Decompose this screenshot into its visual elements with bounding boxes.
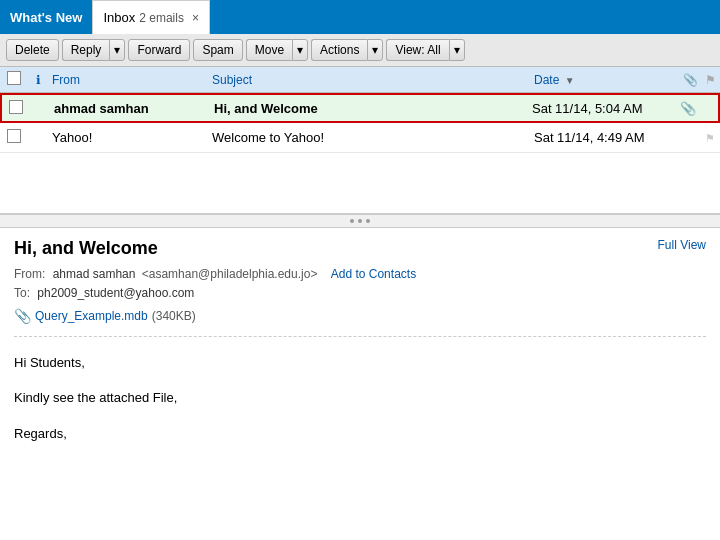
flag-row2-icon: ⚑ <box>705 132 715 144</box>
resize-dot-3 <box>366 219 370 223</box>
resize-dot-2 <box>358 219 362 223</box>
row1-date: Sat 11/14, 5:04 AM <box>528 101 678 116</box>
inbox-email-count: 2 emails <box>139 11 184 25</box>
email-row-2[interactable]: Yahoo! Welcome to Yahoo! Sat 11/14, 4:49… <box>0 123 720 153</box>
view-arrow-button[interactable]: ▾ <box>449 39 465 61</box>
email-list: ℹ From Subject Date ▼ 📎 ⚑ ahmad samhan H… <box>0 67 720 214</box>
row1-check[interactable] <box>2 100 30 117</box>
header-info: ℹ <box>28 73 48 87</box>
move-arrow-button[interactable]: ▾ <box>292 39 308 61</box>
meta-from-row: From: ahmad samhan <asamhan@philadelphia… <box>14 265 706 284</box>
row2-check[interactable] <box>0 129 28 146</box>
from-email: <asamhan@philadelphia.edu.jo> <box>142 267 318 281</box>
row2-checkbox[interactable] <box>7 129 21 143</box>
from-label: From: <box>14 267 45 281</box>
flag-header-icon: ⚑ <box>705 73 716 87</box>
from-name: ahmad samhan <box>53 267 136 281</box>
view-button[interactable]: View: All <box>386 39 448 61</box>
header-date[interactable]: Date ▼ <box>530 73 680 87</box>
header-from[interactable]: From <box>48 73 208 87</box>
full-view-link[interactable]: Full View <box>658 238 706 252</box>
row2-subject: Welcome to Yahoo! <box>208 130 530 145</box>
row1-from: ahmad samhan <box>50 101 210 116</box>
paperclip-header-icon: 📎 <box>683 73 698 87</box>
actions-group: Actions ▾ <box>311 39 383 61</box>
resize-bar[interactable] <box>0 214 720 228</box>
header-subject[interactable]: Subject <box>208 73 530 87</box>
sort-arrow-icon: ▼ <box>565 75 575 86</box>
reply-arrow-button[interactable]: ▾ <box>109 39 125 61</box>
row2-flag: ⚑ <box>700 130 720 145</box>
spam-button[interactable]: Spam <box>193 39 242 61</box>
actions-button[interactable]: Actions <box>311 39 367 61</box>
header-check <box>0 71 28 88</box>
reply-group: Reply ▾ <box>62 39 126 61</box>
message-title: Hi, and Welcome <box>14 238 158 259</box>
actions-arrow-button[interactable]: ▾ <box>367 39 383 61</box>
row2-from: Yahoo! <box>48 130 208 145</box>
toolbar: Delete Reply ▾ Forward Spam Move ▾ Actio… <box>0 34 720 67</box>
tab-inbox[interactable]: Inbox 2 emails × <box>92 0 210 34</box>
body-line2: Kindly see the attached File, <box>14 386 706 409</box>
delete-button[interactable]: Delete <box>6 39 59 61</box>
to-email: ph2009_student@yahoo.com <box>37 286 194 300</box>
info-icon: ℹ <box>36 73 41 87</box>
move-group: Move ▾ <box>246 39 308 61</box>
move-button[interactable]: Move <box>246 39 292 61</box>
email-row-1[interactable]: ahmad samhan Hi, and Welcome Sat 11/14, … <box>0 93 720 123</box>
attachment-size: (340KB) <box>152 307 196 326</box>
row2-date: Sat 11/14, 4:49 AM <box>530 130 680 145</box>
message-title-row: Hi, and Welcome Full View <box>14 238 706 259</box>
inbox-tab-label: Inbox <box>103 10 135 25</box>
body-spacer1 <box>14 374 706 386</box>
email-list-header: ℹ From Subject Date ▼ 📎 ⚑ <box>0 67 720 93</box>
list-spacer <box>0 153 720 213</box>
select-all-checkbox[interactable] <box>7 71 21 85</box>
tab-bar: What's New Inbox 2 emails × <box>0 0 720 34</box>
view-group: View: All ▾ <box>386 39 464 61</box>
paperclip-row1-icon: 📎 <box>680 101 696 116</box>
row1-attach: 📎 <box>678 101 698 116</box>
meta-to-row: To: ph2009_student@yahoo.com <box>14 284 706 303</box>
body-spacer2 <box>14 410 706 422</box>
row1-subject: Hi, and Welcome <box>210 101 528 116</box>
message-body: Hi Students, Kindly see the attached Fil… <box>14 347 706 445</box>
tab-close-icon[interactable]: × <box>192 11 199 25</box>
message-meta: From: ahmad samhan <asamhan@philadelphia… <box>14 265 706 337</box>
message-preview: Hi, and Welcome Full View From: ahmad sa… <box>0 228 720 455</box>
tab-whats-new[interactable]: What's New <box>0 0 92 34</box>
resize-dot-1 <box>350 219 354 223</box>
header-flag: ⚑ <box>700 73 720 87</box>
reply-button[interactable]: Reply <box>62 39 110 61</box>
attachment-link[interactable]: Query_Example.mdb <box>35 307 148 326</box>
body-line1: Hi Students, <box>14 351 706 374</box>
to-label: To: <box>14 286 30 300</box>
header-attach: 📎 <box>680 73 700 87</box>
forward-button[interactable]: Forward <box>128 39 190 61</box>
row1-checkbox[interactable] <box>9 100 23 114</box>
body-line3: Regards, <box>14 422 706 445</box>
attachment-row: 📎 Query_Example.mdb (340KB) <box>14 305 706 327</box>
add-to-contacts-link[interactable]: Add to Contacts <box>331 267 416 281</box>
whats-new-label: What's New <box>10 10 82 25</box>
paperclip-preview-icon: 📎 <box>14 305 31 327</box>
